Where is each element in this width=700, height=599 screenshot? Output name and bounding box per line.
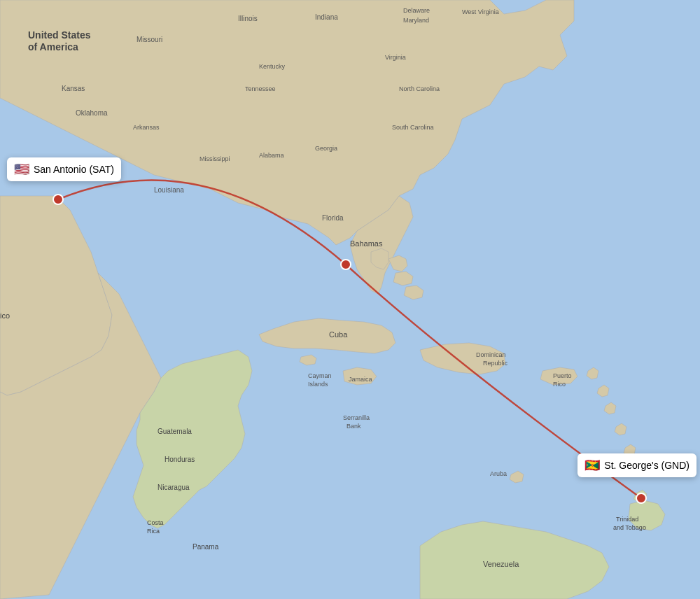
svg-text:Indiana: Indiana (315, 13, 338, 21)
origin-airport-label: 🇺🇸 San Antonio (SAT) (7, 157, 121, 181)
svg-text:and Tobago: and Tobago (613, 524, 646, 531)
svg-text:Dominican: Dominican (476, 351, 506, 358)
svg-text:Rico: Rico (553, 381, 566, 388)
svg-text:Kentucky: Kentucky (259, 63, 286, 70)
svg-point-46 (636, 493, 646, 503)
svg-text:of America: of America (28, 41, 78, 52)
svg-text:Panama: Panama (192, 543, 219, 551)
svg-text:Serranilla: Serranilla (343, 414, 370, 421)
map-container: United States of America Kansas Missouri… (0, 0, 700, 599)
svg-text:Virginia: Virginia (385, 54, 406, 61)
svg-text:Cayman: Cayman (308, 372, 332, 379)
svg-text:Aruba: Aruba (490, 470, 507, 477)
svg-text:Florida: Florida (322, 214, 344, 222)
svg-text:Kansas: Kansas (62, 85, 85, 92)
svg-text:Puerto: Puerto (553, 372, 572, 379)
svg-text:Costa: Costa (147, 519, 164, 526)
svg-point-45 (341, 260, 351, 269)
origin-flag: 🇺🇸 (14, 162, 29, 177)
svg-text:Cuba: Cuba (329, 330, 348, 339)
svg-text:Delaware: Delaware (403, 7, 430, 14)
svg-text:Oklahoma: Oklahoma (76, 109, 108, 117)
svg-text:Illinois: Illinois (238, 15, 258, 22)
svg-text:Islands: Islands (308, 381, 328, 388)
svg-text:Tennessee: Tennessee (245, 85, 276, 92)
svg-text:Bahamas: Bahamas (350, 239, 383, 248)
svg-text:Mississippi: Mississippi (200, 155, 230, 162)
svg-text:ico: ico (0, 311, 10, 320)
svg-text:Trinidad: Trinidad (616, 516, 638, 523)
svg-text:Republic: Republic (483, 360, 508, 367)
svg-text:Nicaragua: Nicaragua (158, 484, 190, 491)
svg-text:Arkansas: Arkansas (133, 124, 160, 131)
destination-flag: 🇬🇩 (584, 458, 600, 473)
svg-text:North Carolina: North Carolina (399, 85, 440, 92)
origin-airport-text: San Antonio (SAT) (34, 164, 114, 175)
svg-text:Missouri: Missouri (136, 36, 162, 43)
destination-airport-label: 🇬🇩 St. George's (GND) (578, 453, 696, 477)
svg-text:Bank: Bank (346, 423, 361, 430)
svg-point-44 (53, 195, 63, 204)
svg-text:Venezuela: Venezuela (483, 560, 519, 568)
svg-text:Maryland: Maryland (403, 17, 429, 24)
svg-text:Jamaica: Jamaica (349, 376, 372, 383)
svg-text:Guatemala: Guatemala (158, 428, 192, 435)
svg-text:Alabama: Alabama (259, 152, 284, 159)
map-svg: United States of America Kansas Missouri… (0, 0, 700, 599)
svg-text:Honduras: Honduras (164, 456, 195, 463)
svg-text:Louisiana: Louisiana (154, 186, 184, 194)
svg-text:West Virginia: West Virginia (462, 8, 499, 15)
svg-text:United States: United States (28, 29, 91, 41)
svg-text:Georgia: Georgia (315, 145, 337, 152)
svg-text:Rica: Rica (147, 528, 160, 535)
destination-airport-text: St. George's (GND) (604, 460, 690, 471)
svg-text:South Carolina: South Carolina (392, 124, 434, 131)
